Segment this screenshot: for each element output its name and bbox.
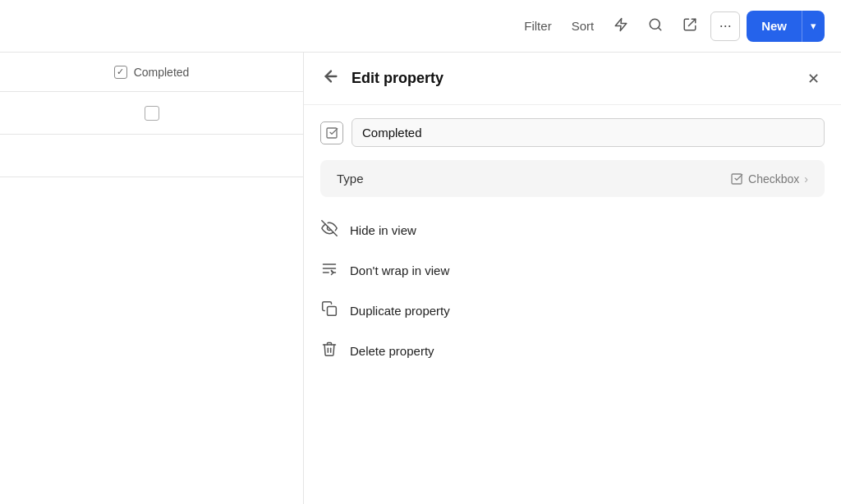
back-arrow-icon (322, 67, 340, 89)
lightning-button[interactable] (607, 12, 635, 39)
edit-property-panel: Edit property ✕ Type Che (304, 53, 841, 504)
property-name-row (320, 118, 825, 147)
svg-line-2 (659, 27, 661, 30)
wrap-icon (320, 260, 338, 281)
close-icon: ✕ (807, 70, 820, 88)
column-checkbox-icon (114, 66, 127, 79)
panel-close-button[interactable]: ✕ (802, 67, 825, 90)
left-panel: Completed (0, 53, 304, 504)
type-row[interactable]: Type Checkbox › (320, 160, 825, 197)
column-header-label: Completed (134, 66, 190, 79)
table-row (0, 92, 303, 135)
type-label: Type (337, 172, 730, 186)
action-list: Hide in view Don't wrap in view (304, 204, 841, 378)
property-name-input[interactable] (352, 118, 825, 147)
dont-wrap-item[interactable]: Don't wrap in view (304, 250, 841, 291)
table-row-empty (0, 135, 303, 177)
hide-in-view-item[interactable]: Hide in view (304, 210, 841, 250)
duplicate-property-item[interactable]: Duplicate property (304, 291, 841, 331)
property-type-icon (320, 121, 343, 144)
redirect-icon (682, 17, 697, 34)
trash-icon (320, 341, 338, 361)
main-content: Completed Edit property ✕ (0, 53, 841, 504)
duplicate-property-label: Duplicate property (350, 304, 450, 318)
panel-header: Edit property ✕ (304, 53, 841, 105)
toolbar: Filter Sort ··· New (0, 0, 841, 53)
cell-checkbox[interactable] (145, 106, 159, 121)
delete-property-label: Delete property (350, 344, 434, 358)
type-checkbox-icon (730, 172, 743, 186)
search-icon (648, 17, 663, 34)
filter-label: Filter (524, 19, 551, 33)
panel-back-button[interactable] (320, 66, 342, 91)
lightning-icon (614, 17, 628, 34)
hide-in-view-label: Hide in view (350, 223, 416, 237)
hide-icon (320, 220, 338, 241)
svg-rect-4 (327, 128, 337, 138)
type-chevron-icon: › (804, 172, 808, 186)
delete-property-item[interactable]: Delete property (304, 331, 841, 371)
column-header: Completed (0, 53, 303, 92)
type-value-group: Checkbox › (730, 172, 808, 186)
svg-marker-0 (615, 19, 627, 31)
sort-label: Sort (572, 19, 595, 33)
type-value-label: Checkbox (748, 172, 799, 186)
chevron-down-icon: ▾ (811, 20, 816, 32)
more-icon: ··· (719, 17, 732, 34)
filter-button[interactable]: Filter (517, 14, 558, 38)
svg-rect-10 (328, 307, 337, 316)
search-button[interactable] (641, 12, 669, 39)
dont-wrap-label: Don't wrap in view (350, 263, 449, 277)
sort-button[interactable]: Sort (565, 14, 601, 38)
more-options-button[interactable]: ··· (710, 11, 740, 41)
duplicate-icon (320, 300, 338, 321)
new-button[interactable]: New (747, 11, 802, 42)
new-button-group: New ▾ (747, 11, 825, 42)
svg-rect-5 (732, 174, 742, 184)
panel-title: Edit property (352, 70, 792, 87)
new-dropdown-button[interactable]: ▾ (802, 11, 825, 42)
redirect-button[interactable] (676, 12, 704, 39)
